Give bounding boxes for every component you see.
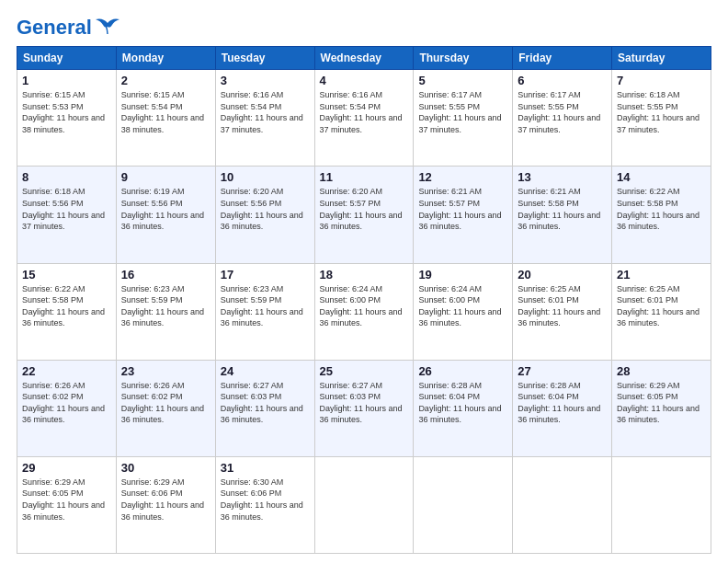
day-number: 29: [22, 461, 111, 475]
table-row: 11Sunrise: 6:20 AMSunset: 5:57 PMDayligh…: [314, 167, 414, 263]
table-row: 19Sunrise: 6:24 AMSunset: 6:00 PMDayligh…: [414, 263, 513, 360]
calendar-table: SundayMondayTuesdayWednesdayThursdayFrid…: [17, 46, 711, 554]
table-row: 2Sunrise: 6:15 AMSunset: 5:54 PMDaylight…: [116, 70, 215, 167]
day-info: Sunrise: 6:17 AMSunset: 5:55 PMDaylight:…: [518, 90, 600, 134]
table-row: [513, 456, 612, 553]
table-row: 25Sunrise: 6:27 AMSunset: 6:03 PMDayligh…: [314, 360, 414, 456]
table-row: 8Sunrise: 6:18 AMSunset: 5:56 PMDaylight…: [17, 167, 117, 263]
day-info: Sunrise: 6:25 AMSunset: 6:01 PMDaylight:…: [617, 284, 700, 328]
day-info: Sunrise: 6:30 AMSunset: 6:06 PMDaylight:…: [221, 477, 303, 522]
day-number: 30: [121, 461, 210, 475]
table-row: 15Sunrise: 6:22 AMSunset: 5:58 PMDayligh…: [17, 263, 117, 360]
day-info: Sunrise: 6:22 AMSunset: 5:58 PMDaylight:…: [22, 284, 105, 328]
col-header-thursday: Thursday: [414, 47, 513, 70]
day-number: 9: [121, 170, 210, 184]
col-header-friday: Friday: [513, 47, 612, 70]
table-row: 23Sunrise: 6:26 AMSunset: 6:02 PMDayligh…: [116, 360, 215, 456]
day-number: 21: [617, 268, 706, 282]
table-row: 13Sunrise: 6:21 AMSunset: 5:58 PMDayligh…: [513, 167, 612, 263]
table-row: 31Sunrise: 6:30 AMSunset: 6:06 PMDayligh…: [215, 456, 314, 553]
day-number: 24: [221, 364, 310, 378]
day-info: Sunrise: 6:16 AMSunset: 5:54 PMDaylight:…: [221, 90, 303, 134]
day-number: 7: [617, 74, 706, 87]
day-info: Sunrise: 6:25 AMSunset: 6:01 PMDaylight:…: [518, 284, 600, 328]
day-info: Sunrise: 6:20 AMSunset: 5:56 PMDaylight:…: [221, 187, 303, 231]
day-number: 31: [221, 461, 310, 475]
day-info: Sunrise: 6:28 AMSunset: 6:04 PMDaylight:…: [418, 381, 501, 425]
day-info: Sunrise: 6:18 AMSunset: 5:55 PMDaylight:…: [617, 90, 700, 134]
table-row: 17Sunrise: 6:23 AMSunset: 5:59 PMDayligh…: [215, 263, 314, 360]
day-number: 8: [22, 170, 111, 184]
day-info: Sunrise: 6:27 AMSunset: 6:03 PMDaylight:…: [221, 381, 303, 425]
day-number: 19: [418, 268, 507, 282]
header: General: [17, 17, 711, 37]
logo-text: General: [17, 17, 92, 39]
day-info: Sunrise: 6:24 AMSunset: 6:00 PMDaylight:…: [320, 284, 403, 328]
col-header-wednesday: Wednesday: [314, 47, 414, 70]
table-row: 21Sunrise: 6:25 AMSunset: 6:01 PMDayligh…: [612, 263, 711, 360]
day-info: Sunrise: 6:16 AMSunset: 5:54 PMDaylight:…: [320, 90, 403, 134]
day-number: 28: [617, 364, 706, 378]
table-row: 4Sunrise: 6:16 AMSunset: 5:54 PMDaylight…: [314, 70, 414, 167]
day-info: Sunrise: 6:15 AMSunset: 5:53 PMDaylight:…: [22, 90, 105, 134]
day-info: Sunrise: 6:24 AMSunset: 6:00 PMDaylight:…: [418, 284, 501, 328]
table-row: 3Sunrise: 6:16 AMSunset: 5:54 PMDaylight…: [215, 70, 314, 167]
page: General SundayMondayTuesdayWednesdayThur…: [0, 0, 728, 563]
day-info: Sunrise: 6:18 AMSunset: 5:56 PMDaylight:…: [22, 187, 105, 231]
table-row: [612, 456, 711, 553]
table-row: 29Sunrise: 6:29 AMSunset: 6:05 PMDayligh…: [17, 456, 117, 553]
day-number: 17: [221, 268, 310, 282]
day-info: Sunrise: 6:22 AMSunset: 5:58 PMDaylight:…: [617, 187, 700, 231]
col-header-saturday: Saturday: [612, 47, 711, 70]
day-info: Sunrise: 6:29 AMSunset: 6:05 PMDaylight:…: [22, 477, 105, 522]
table-row: 5Sunrise: 6:17 AMSunset: 5:55 PMDaylight…: [414, 70, 513, 167]
table-row: 1Sunrise: 6:15 AMSunset: 5:53 PMDaylight…: [17, 70, 117, 167]
day-number: 11: [320, 170, 409, 184]
table-row: 12Sunrise: 6:21 AMSunset: 5:57 PMDayligh…: [414, 167, 513, 263]
table-row: 22Sunrise: 6:26 AMSunset: 6:02 PMDayligh…: [17, 360, 117, 456]
day-number: 14: [617, 170, 706, 184]
day-info: Sunrise: 6:20 AMSunset: 5:57 PMDaylight:…: [320, 187, 403, 231]
day-number: 15: [22, 268, 111, 282]
day-info: Sunrise: 6:27 AMSunset: 6:03 PMDaylight:…: [320, 381, 403, 425]
table-row: 10Sunrise: 6:20 AMSunset: 5:56 PMDayligh…: [215, 167, 314, 263]
day-info: Sunrise: 6:26 AMSunset: 6:02 PMDaylight:…: [22, 381, 105, 425]
day-number: 20: [518, 268, 607, 282]
col-header-sunday: Sunday: [17, 47, 117, 70]
day-number: 10: [221, 170, 310, 184]
day-number: 27: [518, 364, 607, 378]
day-info: Sunrise: 6:15 AMSunset: 5:54 PMDaylight:…: [121, 90, 204, 134]
table-row: 18Sunrise: 6:24 AMSunset: 6:00 PMDayligh…: [314, 263, 414, 360]
table-row: 6Sunrise: 6:17 AMSunset: 5:55 PMDaylight…: [513, 70, 612, 167]
day-info: Sunrise: 6:21 AMSunset: 5:58 PMDaylight:…: [518, 187, 600, 231]
table-row: 20Sunrise: 6:25 AMSunset: 6:01 PMDayligh…: [513, 263, 612, 360]
col-header-tuesday: Tuesday: [215, 47, 314, 70]
table-row: 7Sunrise: 6:18 AMSunset: 5:55 PMDaylight…: [612, 70, 711, 167]
day-info: Sunrise: 6:29 AMSunset: 6:05 PMDaylight:…: [617, 381, 700, 425]
day-number: 22: [22, 364, 111, 378]
day-number: 13: [518, 170, 607, 184]
day-number: 1: [22, 74, 111, 87]
table-row: [414, 456, 513, 553]
day-number: 3: [221, 74, 310, 87]
day-number: 6: [518, 74, 607, 87]
logo-bird-icon: [94, 16, 121, 36]
col-header-monday: Monday: [116, 47, 215, 70]
day-info: Sunrise: 6:19 AMSunset: 5:56 PMDaylight:…: [121, 187, 204, 231]
day-number: 12: [418, 170, 507, 184]
day-number: 4: [320, 74, 409, 87]
table-row: 16Sunrise: 6:23 AMSunset: 5:59 PMDayligh…: [116, 263, 215, 360]
table-row: 24Sunrise: 6:27 AMSunset: 6:03 PMDayligh…: [215, 360, 314, 456]
table-row: [314, 456, 414, 553]
day-number: 18: [320, 268, 409, 282]
table-row: 14Sunrise: 6:22 AMSunset: 5:58 PMDayligh…: [612, 167, 711, 263]
day-info: Sunrise: 6:29 AMSunset: 6:06 PMDaylight:…: [121, 477, 204, 522]
table-row: 27Sunrise: 6:28 AMSunset: 6:04 PMDayligh…: [513, 360, 612, 456]
day-info: Sunrise: 6:28 AMSunset: 6:04 PMDaylight:…: [518, 381, 600, 425]
table-row: 28Sunrise: 6:29 AMSunset: 6:05 PMDayligh…: [612, 360, 711, 456]
day-info: Sunrise: 6:26 AMSunset: 6:02 PMDaylight:…: [121, 381, 204, 425]
day-number: 23: [121, 364, 210, 378]
day-info: Sunrise: 6:17 AMSunset: 5:55 PMDaylight:…: [418, 90, 501, 134]
table-row: 26Sunrise: 6:28 AMSunset: 6:04 PMDayligh…: [414, 360, 513, 456]
day-number: 5: [418, 74, 507, 87]
